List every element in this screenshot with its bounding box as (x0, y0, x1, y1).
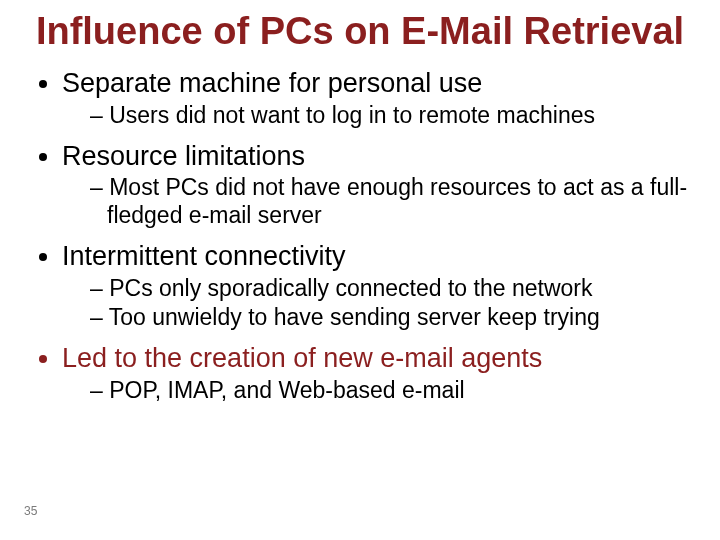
bullet-list: Separate machine for personal use Users … (30, 67, 690, 404)
sub-bullet-list: PCs only sporadically connected to the n… (62, 275, 690, 332)
sub-bullet-item: Most PCs did not have enough resources t… (90, 174, 690, 229)
sub-bullet-list: Users did not want to log in to remote m… (62, 102, 690, 130)
sub-bullet-list: Most PCs did not have enough resources t… (62, 174, 690, 229)
page-number: 35 (24, 504, 37, 518)
slide: Influence of PCs on E-Mail Retrieval Sep… (0, 0, 720, 540)
sub-bullet-item: Users did not want to log in to remote m… (90, 102, 690, 130)
bullet-item: Separate machine for personal use Users … (62, 67, 690, 130)
sub-bullet-item: Too unwieldy to have sending server keep… (90, 304, 690, 332)
sub-bullet-item: POP, IMAP, and Web-based e-mail (90, 377, 690, 405)
slide-title: Influence of PCs on E-Mail Retrieval (30, 10, 690, 53)
bullet-text: Resource limitations (62, 141, 305, 171)
sub-bullet-item: PCs only sporadically connected to the n… (90, 275, 690, 303)
bullet-item: Resource limitations Most PCs did not ha… (62, 140, 690, 230)
bullet-text: Separate machine for personal use (62, 68, 482, 98)
sub-bullet-list: POP, IMAP, and Web-based e-mail (62, 377, 690, 405)
bullet-item: Intermittent connectivity PCs only spora… (62, 240, 690, 332)
bullet-text: Intermittent connectivity (62, 241, 346, 271)
bullet-item: Led to the creation of new e-mail agents… (62, 342, 690, 405)
bullet-text: Led to the creation of new e-mail agents (62, 343, 542, 373)
